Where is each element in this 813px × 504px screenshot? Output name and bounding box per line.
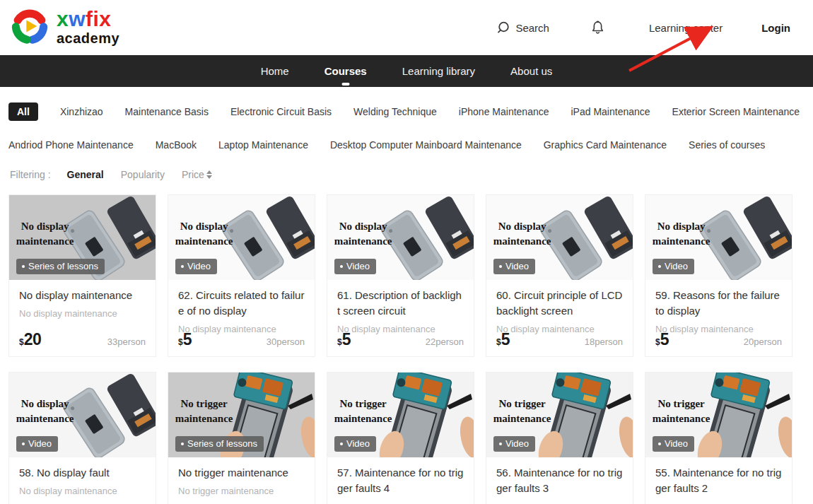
course-type-badge: Video [334, 436, 376, 452]
category-tag[interactable]: iPhone Maintenance [459, 102, 549, 121]
category-tag-label: Exterior Screen Maintenance [672, 106, 800, 117]
course-type-badge: Video [653, 436, 694, 452]
badge-label: Video [665, 438, 688, 449]
filter-option[interactable]: General [67, 169, 104, 180]
course-card[interactable]: No trigger maintenance Video 57. Mainten… [327, 372, 474, 504]
thumbnail-caption-line1: No trigger [647, 397, 715, 411]
learning-center-link[interactable]: Learning center [649, 22, 723, 34]
category-tag[interactable]: MacBook [156, 136, 197, 154]
filter-option[interactable]: Popularity [121, 169, 165, 180]
thumbnail-caption: No trigger maintenance [488, 397, 556, 426]
course-type-badge: Video [16, 436, 58, 452]
course-card-body: No trigger maintenance No trigger mainte… [168, 457, 315, 504]
nav-item[interactable]: Home [261, 55, 289, 87]
student-count: 20person [744, 336, 782, 349]
brand-name: xwfix [57, 8, 119, 30]
search-button[interactable]: Search [496, 20, 549, 35]
course-subtitle: No display maintenance [19, 308, 146, 319]
nav-item[interactable]: About us [510, 55, 552, 87]
category-tag-label: Laptop Maintenance [218, 139, 308, 151]
course-card[interactable]: No display maintenance Video 60. Circuit… [486, 194, 633, 357]
course-card[interactable]: No display maintenance Video 59. Reasons… [645, 194, 792, 357]
course-card[interactable]: No trigger maintenance Video 55. Mainten… [645, 372, 792, 504]
course-title: 61. Description of backlight screen circ… [337, 288, 464, 319]
category-tag[interactable]: Andriod Phone Maintenance [8, 136, 134, 154]
category-tag[interactable]: Laptop Maintenance [218, 136, 308, 154]
course-type-badge: Video [175, 259, 217, 274]
course-price: $5 [337, 330, 351, 349]
nav-item[interactable]: Courses [324, 55, 367, 87]
category-tag[interactable]: Electronic Circuit Basis [230, 102, 332, 121]
nav-item-label: Learning library [402, 65, 475, 77]
course-thumbnail: No display maintenance Video [327, 195, 474, 280]
category-tag[interactable]: Series of courses [689, 136, 765, 154]
filter-option[interactable]: Price [182, 169, 212, 180]
category-tag[interactable]: iPad Maintenance [571, 102, 650, 121]
badge-dot-icon [499, 265, 502, 268]
logo[interactable]: xwfix academy [10, 6, 119, 49]
course-card-body: 61. Description of backlight screen circ… [327, 280, 474, 356]
course-title: 62. Circuits related to failure of no di… [178, 288, 305, 319]
category-tag-label: Andriod Phone Maintenance [8, 139, 134, 151]
course-card[interactable]: No trigger maintenance Video 56. Mainten… [486, 372, 633, 504]
category-tag-label: Xinzhizao [60, 106, 103, 117]
filter-option-label: Price [182, 169, 204, 180]
thumbnail-caption: No trigger maintenance [170, 397, 238, 426]
category-tag[interactable]: Exterior Screen Maintenance [672, 102, 800, 121]
category-tag[interactable]: Welding Technique [353, 102, 437, 121]
course-type-badge: Series of lessons [175, 436, 264, 452]
thumbnail-caption-line2: maintenance [170, 234, 238, 249]
filtering-label: Filtering : [10, 169, 51, 180]
badge-dot-icon [22, 265, 25, 268]
category-row: AllXinzhizaoMaintenance BasisElectronic … [8, 102, 805, 121]
nav-item-label: About us [510, 65, 552, 77]
course-card[interactable]: No display maintenance Video 58. No disp… [8, 372, 156, 504]
price-row: $20 33person [19, 330, 146, 349]
price-amount: 5 [342, 330, 351, 348]
student-count: 22person [426, 336, 464, 349]
course-price: $5 [655, 330, 669, 349]
course-card[interactable]: No display maintenance Video 62. Circuit… [168, 194, 315, 357]
thumbnail-caption-line2: maintenance [488, 234, 556, 249]
notifications-button[interactable] [590, 20, 605, 35]
category-filter: AllXinzhizaoMaintenance BasisElectronic … [0, 87, 813, 154]
course-card[interactable]: No display maintenance Series of lessons… [8, 194, 156, 357]
student-count: 18person [585, 336, 623, 349]
badge-label: Series of lessons [187, 438, 257, 449]
nav-item[interactable]: Learning library [402, 55, 475, 87]
category-tag-label: iPhone Maintenance [459, 106, 549, 117]
badge-label: Video [665, 261, 688, 271]
badge-label: Series of lessons [28, 261, 98, 271]
course-card-body: 62. Circuits related to failure of no di… [168, 280, 315, 356]
badge-label: Video [187, 261, 211, 271]
category-tag[interactable]: Desktop Computer Mainboard Maintenance [330, 136, 522, 154]
category-tag[interactable]: All [8, 102, 38, 121]
nav-item-label: Home [261, 65, 289, 77]
currency-symbol: $ [655, 337, 660, 347]
thumbnail-caption-line1: No trigger [170, 397, 238, 411]
course-type-badge: Video [653, 259, 694, 274]
thumbnail-caption-line2: maintenance [647, 234, 715, 249]
course-price: $5 [496, 330, 510, 349]
thumbnail-caption: No display maintenance [647, 219, 715, 249]
course-card[interactable]: No trigger maintenance Series of lessons… [168, 372, 315, 504]
login-button[interactable]: Login [761, 22, 790, 34]
course-card[interactable]: No display maintenance Video 61. Descrip… [327, 194, 474, 357]
header: xwfix academy Search Learning center Log… [0, 0, 813, 55]
category-tag-label: Maintenance Basis [125, 106, 209, 117]
course-grid: No display maintenance Series of lessons… [8, 194, 813, 504]
course-thumbnail: No trigger maintenance Video [645, 373, 792, 457]
price-sort-icon [206, 170, 212, 179]
course-thumbnail: No display maintenance Video [645, 195, 792, 280]
badge-dot-icon [22, 443, 25, 445]
thumbnail-caption-line2: maintenance [647, 411, 715, 426]
course-thumbnail: No trigger maintenance Series of lessons [168, 373, 315, 457]
category-tag[interactable]: Graphics Card Maintenance [544, 136, 667, 154]
badge-label: Video [346, 261, 370, 271]
category-tag[interactable]: Xinzhizao [60, 102, 103, 121]
course-card-body: No display maintenance No display mainte… [9, 280, 156, 356]
category-tag[interactable]: Maintenance Basis [125, 102, 209, 121]
category-tag-label: Welding Technique [353, 106, 437, 117]
course-title: No display maintenance [19, 288, 146, 303]
course-thumbnail: No display maintenance Video [9, 373, 156, 457]
